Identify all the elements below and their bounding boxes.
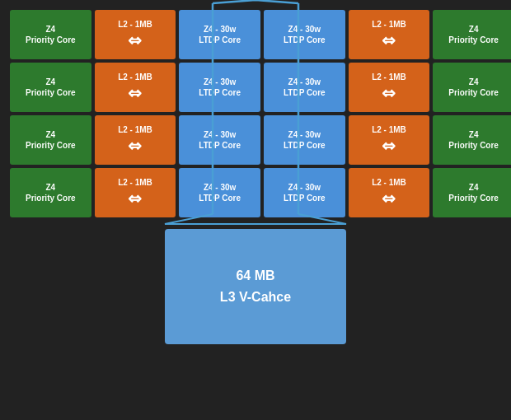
r3c0-priority-core: Z4Priority Core xyxy=(10,168,91,217)
r0c4-l2-cache: L2 - 1MB⇔ xyxy=(349,10,430,59)
r0c1-l2-cache: L2 - 1MB⇔ xyxy=(95,10,176,59)
r1c1-l2-cache: L2 - 1MB⇔ xyxy=(95,63,176,112)
r0c2-ltdp-core: Z4 - 30wLTDP Core xyxy=(179,10,260,59)
r1c3-ltdp-core: Z4 - 30wLTDP Core xyxy=(264,63,345,112)
r2c2-ltdp-core: Z4 - 30wLTDP Core xyxy=(179,115,260,165)
l3-cache: 64 MB L3 V-Cahce xyxy=(165,229,346,344)
r0c3-ltdp-core: Z4 - 30wLTDP Core xyxy=(264,10,345,59)
r2c5-priority-core: Z4Priority Core xyxy=(433,115,511,165)
cpu-grid: Z4Priority Core L2 - 1MB⇔ Z4 - 30wLTDP C… xyxy=(7,7,511,221)
r2c4-l2-cache: L2 - 1MB⇔ xyxy=(349,115,430,165)
r2c1-l2-cache: L2 - 1MB⇔ xyxy=(95,115,176,165)
r0c5-priority-core: Z4Priority Core xyxy=(433,10,511,59)
diagram: Z4Priority Core L2 - 1MB⇔ Z4 - 30wLTDP C… xyxy=(0,0,511,420)
l3-cache-label: L3 V-Cahce xyxy=(220,287,291,308)
r1c5-priority-core: Z4Priority Core xyxy=(433,63,511,112)
r3c2-ltdp-core: Z4 - 30wLTDP Core xyxy=(179,168,260,217)
r3c1-l2-cache: L2 - 1MB⇔ xyxy=(95,168,176,217)
r1c4-l2-cache: L2 - 1MB⇔ xyxy=(349,63,430,112)
r1c2-ltdp-core: Z4 - 30wLTDP Core xyxy=(179,63,260,112)
r3c4-l2-cache: L2 - 1MB⇔ xyxy=(349,168,430,217)
r2c3-ltdp-core: Z4 - 30wLTDP Core xyxy=(264,115,345,165)
r0c0-priority-core: Z4Priority Core xyxy=(10,10,91,59)
r1c0-priority-core: Z4Priority Core xyxy=(10,63,91,112)
r3c3-ltdp-core: Z4 - 30wLTDP Core xyxy=(264,168,345,217)
l3-cache-size: 64 MB xyxy=(236,265,274,287)
r3c5-priority-core: Z4Priority Core xyxy=(433,168,511,217)
r2c0-priority-core: Z4Priority Core xyxy=(10,115,91,165)
